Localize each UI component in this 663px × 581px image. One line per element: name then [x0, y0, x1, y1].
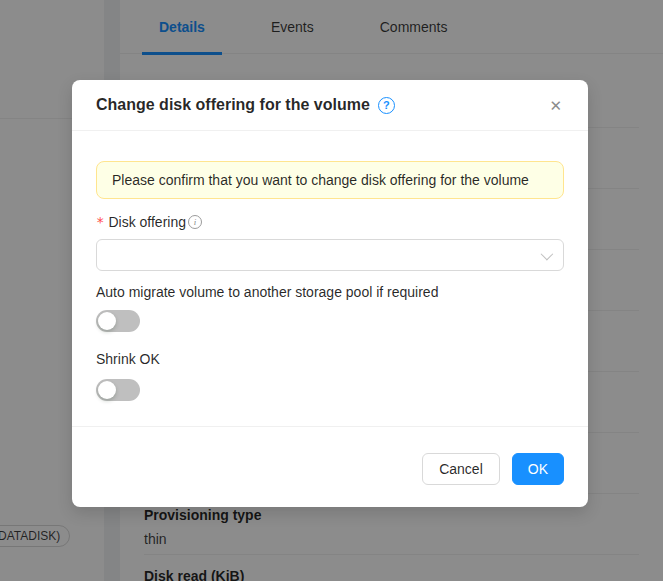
required-marker: * [96, 211, 104, 233]
change-disk-offering-dialog: Change disk offering for the volume ? ✕ … [72, 80, 588, 507]
info-circle-icon[interactable]: i [188, 215, 202, 229]
cancel-button[interactable]: Cancel [422, 453, 500, 485]
close-icon[interactable]: ✕ [547, 96, 564, 115]
disk-offering-select[interactable] [96, 239, 564, 271]
chevron-down-icon [541, 248, 554, 261]
shrink-ok-toggle[interactable] [96, 379, 140, 401]
disk-offering-label: Disk offering [108, 211, 186, 233]
disk-offering-label-row: * Disk offering i [96, 211, 564, 233]
toggle-knob [98, 312, 116, 330]
toggle-knob [98, 381, 116, 399]
auto-migrate-label: Auto migrate volume to another storage p… [96, 281, 564, 303]
dialog-body: Please confirm that you want to change d… [72, 131, 588, 401]
ok-button[interactable]: OK [512, 453, 564, 485]
dialog-header: Change disk offering for the volume ? ✕ [72, 80, 588, 131]
auto-migrate-toggle[interactable] [96, 310, 140, 332]
question-circle-icon[interactable]: ? [378, 97, 395, 114]
dialog-title: Change disk offering for the volume [96, 94, 370, 116]
shrink-ok-label: Shrink OK [96, 348, 564, 370]
confirm-alert: Please confirm that you want to change d… [96, 161, 564, 199]
dialog-footer: Cancel OK [72, 426, 588, 507]
